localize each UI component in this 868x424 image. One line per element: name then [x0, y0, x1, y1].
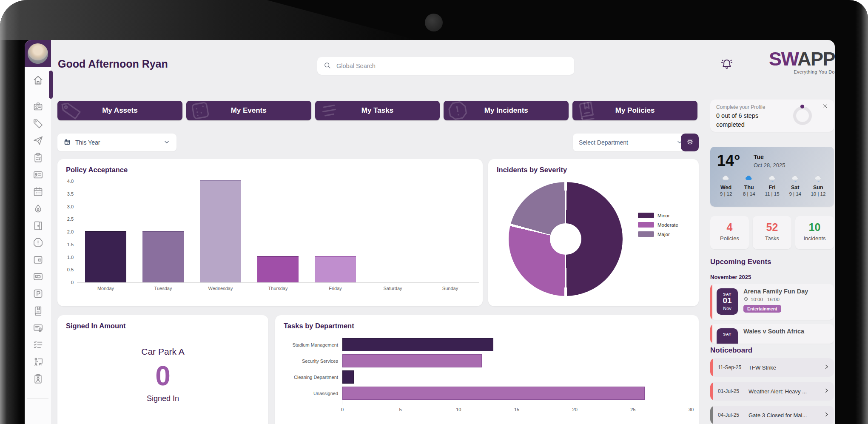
event-accent [710, 324, 712, 344]
forecast-sun: Sun10 | 12 [807, 174, 830, 196]
event-title: Wales v South Africa [743, 328, 831, 335]
tab-my-incidents[interactable]: My Incidents [444, 101, 569, 120]
tab-my-tasks[interactable]: My Tasks [315, 101, 440, 120]
events-month-label: November 2025 [710, 274, 751, 280]
x-tick-label: 15 [514, 407, 519, 412]
notifications-bell-icon[interactable] [720, 58, 734, 71]
tasks-x-axis: 051015202530 [342, 407, 691, 414]
list-icon [316, 101, 342, 120]
sidebar-nav [25, 99, 51, 388]
category-label: Unassigned [280, 391, 342, 396]
sidebar-item-training[interactable] [25, 354, 51, 371]
tablet-device: Good Afternoon Ryan SWAPP Everything You… [0, 0, 868, 424]
sidebar-item-home[interactable] [25, 71, 51, 90]
y-tick-label: 1.5 [59, 242, 74, 247]
sidebar-item-contacts[interactable] [25, 167, 51, 184]
sidebar-item-incidents[interactable] [25, 235, 51, 252]
legend-swatch [638, 231, 654, 237]
event-tag-badge: Entertainment [743, 305, 781, 313]
bar [342, 387, 645, 400]
sidebar-item-people[interactable] [25, 99, 51, 116]
sidebar-item-certificates[interactable] [25, 320, 51, 337]
sidebar-item-policies[interactable] [25, 303, 51, 320]
sidebar-item-assets[interactable] [25, 116, 51, 133]
profile-progress-dot [800, 105, 804, 108]
notice-title: TFW Strike [748, 364, 819, 371]
sidebar-item-tasks[interactable] [25, 150, 51, 167]
quick-nav-tabs: My AssetsMy EventsMy TasksMy IncidentsMy… [57, 101, 697, 120]
sidebar-item-messages[interactable] [25, 133, 51, 150]
dashboard-settings-button[interactable] [681, 134, 699, 151]
bar-track [342, 354, 691, 367]
brand-logo: SWAPP Everything You Do [745, 49, 835, 74]
cloud-rain-icon [790, 176, 800, 184]
forecast-range: 10 | 12 [807, 191, 830, 196]
stat-card-tasks[interactable]: 52Tasks [753, 216, 791, 249]
stat-card-incidents[interactable]: 10Incidents [795, 216, 834, 249]
forecast-day: Thu [737, 185, 760, 191]
stats-row: 4Policies52Tasks10Incidents [710, 216, 834, 249]
home-icon [32, 74, 44, 88]
sidebar-item-events[interactable] [25, 184, 51, 201]
signed-in-label: Signed In [57, 394, 268, 403]
sidebar-item-access[interactable] [25, 218, 51, 235]
bezel-left-edge [0, 0, 20, 424]
chevron-right-icon [819, 411, 834, 419]
tab-label: My Tasks [361, 106, 393, 115]
sidebar-item-media[interactable] [25, 269, 51, 286]
event-month: Nov [717, 306, 738, 311]
sidebar-item-wallet[interactable] [25, 252, 51, 269]
alert-octagon-icon [444, 101, 471, 120]
tab-my-events[interactable]: My Events [186, 101, 311, 120]
sidebar-item-checklists[interactable] [25, 337, 51, 354]
bar-slot-thursday [249, 181, 307, 282]
tab-my-assets[interactable]: My Assets [57, 101, 182, 120]
forecast-day: Sat [784, 185, 807, 191]
forecast-range: 9 | 14 [784, 191, 807, 196]
severity-donut-chart [509, 182, 623, 296]
close-icon[interactable] [822, 103, 830, 111]
clock-icon [743, 296, 748, 302]
stat-card-policies[interactable]: 4Policies [710, 216, 749, 249]
paper-plane-icon [32, 135, 44, 148]
bar-track [342, 338, 691, 351]
profile-card-title: Complete your Profile [716, 104, 765, 110]
cloud-rain-icon [721, 176, 731, 184]
event-card-2[interactable]: SATWales v South Africa [710, 324, 834, 344]
event-accent [710, 284, 712, 320]
global-search[interactable] [317, 57, 574, 75]
weather-day: Tue [754, 154, 764, 160]
tags-icon [32, 118, 44, 131]
user-avatar[interactable] [28, 43, 48, 64]
bar-friday [315, 256, 356, 282]
notice-item-1[interactable]: 11-Sep-25TFW Strike [710, 358, 834, 377]
sidebar-item-utilities[interactable] [25, 201, 51, 218]
period-filter-value: This Year [75, 139, 163, 146]
event-date-badge: SAT [717, 328, 738, 344]
sidebar-item-personnel[interactable] [25, 371, 51, 388]
period-filter-dropdown[interactable]: This Year [57, 134, 176, 151]
bar-thursday [257, 256, 299, 282]
donut-hole [550, 223, 581, 255]
avatar-tile[interactable] [25, 40, 51, 67]
sidebar-item-tools[interactable] [25, 401, 51, 418]
complete-profile-card: Complete your Profile 0 out of 6 steps c… [710, 100, 834, 132]
bar [342, 354, 482, 367]
event-card-1[interactable]: SAT01NovArena Family Fun Day10:00 - 16:0… [710, 284, 834, 320]
tab-label: My Policies [615, 106, 655, 115]
search-input[interactable] [336, 62, 568, 70]
bar-slot-monday [77, 181, 134, 282]
legend-item-major: Major [638, 231, 678, 237]
tab-my-policies[interactable]: My Policies [572, 101, 697, 120]
notice-item-2[interactable]: 01-Jul-25Weather Alert: Heavy ... [710, 382, 834, 401]
legend-label: Moderate [657, 222, 678, 228]
notice-item-3[interactable]: 04-Jul-25Gate 3 Closed for Mai... [710, 406, 834, 424]
category-label: Security Services [280, 359, 342, 364]
notice-accent [710, 406, 713, 424]
sidebar-item-parking[interactable] [25, 286, 51, 303]
app-screen: Good Afternoon Ryan SWAPP Everything You… [25, 40, 835, 424]
department-filter-dropdown[interactable]: Select Department [573, 134, 689, 151]
department-filter-value: Select Department [579, 139, 676, 146]
tasks-department-title: Tasks by Department [284, 322, 354, 330]
header-divider [25, 93, 835, 93]
